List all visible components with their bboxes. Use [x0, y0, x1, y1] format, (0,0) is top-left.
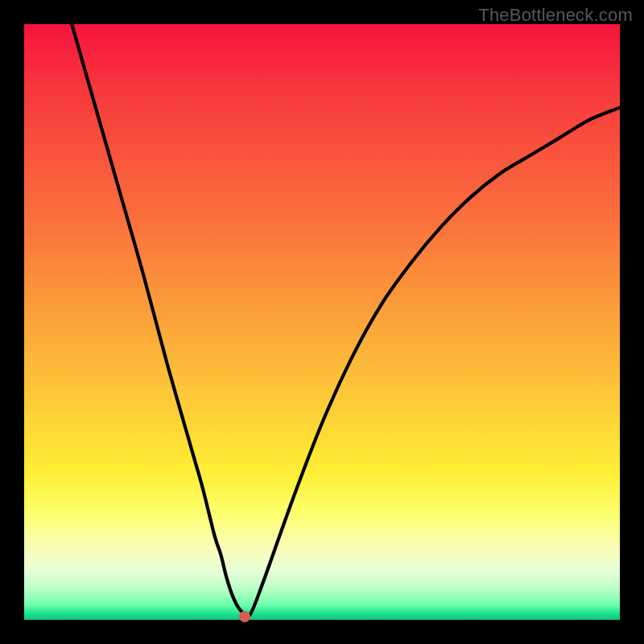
chart-container: TheBottleneck.com: [0, 0, 644, 644]
plot-area: [24, 24, 620, 620]
bottleneck-curve: [24, 24, 620, 620]
minimum-marker: [239, 611, 250, 622]
watermark-text: TheBottleneck.com: [478, 5, 633, 26]
